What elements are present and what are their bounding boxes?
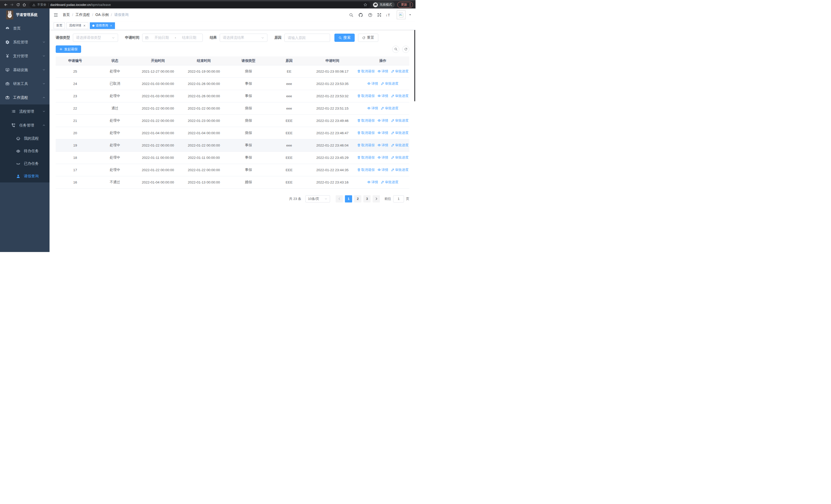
approval-progress-link[interactable]: 审批进度: [381, 106, 398, 111]
address-bar[interactable]: 不安全 dashboard.yudao.iocoder.cn/bpm/oa/le…: [29, 2, 370, 8]
page-button-1[interactable]: 1: [345, 195, 352, 203]
approval-progress-link[interactable]: 审批进度: [391, 118, 408, 123]
sidebar-item-待办任务[interactable]: 待办任务: [0, 145, 50, 157]
approval-progress-link[interactable]: 审批进度: [391, 130, 408, 135]
prev-page-button[interactable]: [336, 195, 343, 203]
sidebar-item-请假查询[interactable]: 请假查询: [0, 170, 50, 182]
action-label: 审批进度: [395, 155, 408, 160]
update-button[interactable]: 更新: [397, 2, 413, 8]
approval-progress-link[interactable]: 审批进度: [391, 143, 408, 148]
table-cell: 2022-01-22 00:00:00: [135, 139, 180, 151]
action-label: 详情: [371, 81, 378, 86]
trash-icon: [357, 94, 361, 97]
column-header: 结束时间: [180, 56, 227, 65]
cancel-leave-link[interactable]: 取消请假: [357, 94, 375, 98]
page-button-3[interactable]: 3: [364, 195, 371, 203]
sidebar-item-基础设施[interactable]: 基础设施: [0, 63, 50, 77]
next-page-button[interactable]: [373, 195, 380, 203]
approval-progress-link[interactable]: 审批进度: [391, 155, 408, 160]
sidebar-item-已办任务[interactable]: 已办任务: [0, 157, 50, 170]
browser-menu-icon[interactable]: [409, 3, 411, 7]
fullscreen-icon[interactable]: [377, 13, 381, 17]
help-icon[interactable]: [368, 13, 372, 17]
cancel-leave-link[interactable]: 取消请假: [357, 155, 375, 160]
table-cell: 21: [56, 114, 95, 127]
cancel-leave-link[interactable]: 取消请假: [357, 130, 375, 135]
detail-link[interactable]: 详情: [377, 130, 388, 135]
page-size-select[interactable]: 10条/页: [306, 195, 330, 203]
leave-table: 申请编号状态开始时间结束时间请假类型原因申请时间操作 25处理中2021-12-…: [56, 56, 409, 188]
leave-type-select[interactable]: 请选择请假类型: [73, 34, 118, 42]
table-cell: 2021-12-27 00:00:00: [135, 65, 180, 78]
table-cell: 2022-01-04 00:00:00: [135, 127, 180, 139]
table-cell: 2022-01-22 00:00:00: [135, 164, 180, 176]
github-icon[interactable]: [358, 12, 363, 18]
approval-progress-link[interactable]: 审批进度: [391, 168, 408, 172]
sidebar-item-任务管理[interactable]: 任务管理: [0, 118, 50, 132]
font-size-icon[interactable]: tT: [386, 13, 392, 17]
sidebar: 芋道管理系统 首页系统管理支付管理基础设施研发工具工作流程流程管理任务管理我的流…: [0, 8, 50, 252]
avatar-caret-icon[interactable]: [409, 13, 411, 16]
avatar[interactable]: [397, 10, 405, 19]
breadcrumb-item[interactable]: 工作流程: [76, 12, 90, 17]
sidebar-item-流程管理[interactable]: 流程管理: [0, 105, 50, 118]
show-search-button[interactable]: [392, 46, 399, 53]
page-url: dashboard.yudao.iocoder.cn/bpm/oa/leave: [50, 3, 111, 7]
sidebar-item-首页[interactable]: 首页: [0, 21, 50, 35]
detail-link[interactable]: 详情: [377, 69, 388, 73]
sidebar-item-研发工具[interactable]: 研发工具: [0, 77, 50, 91]
chevron-down-icon: [112, 36, 115, 39]
incognito-badge: 无痕模式: [372, 2, 395, 8]
tab-流程详情[interactable]: 流程详情: [66, 22, 88, 29]
sidebar-item-支付管理[interactable]: 支付管理: [0, 49, 50, 63]
sidebar-item-工作流程[interactable]: 工作流程: [0, 91, 50, 105]
back-button[interactable]: [3, 2, 9, 8]
table-cell: 2022-01-22 00:00:00: [135, 114, 180, 127]
tab-请假查询[interactable]: 请假查询: [90, 22, 115, 29]
close-tab-icon[interactable]: [110, 24, 112, 27]
refresh-table-button[interactable]: [402, 46, 409, 53]
page-button-2[interactable]: 2: [354, 195, 361, 203]
detail-link[interactable]: 详情: [377, 168, 388, 172]
search-icon[interactable]: [349, 13, 353, 17]
breadcrumb-separator: /: [92, 13, 93, 17]
approval-progress-link[interactable]: 审批进度: [381, 81, 398, 86]
sidebar-item-我的流程[interactable]: 我的流程: [0, 132, 50, 145]
search-button[interactable]: 搜索: [335, 34, 355, 42]
bookmark-star-icon[interactable]: [364, 3, 367, 7]
sidebar-collapse-icon[interactable]: [54, 13, 58, 17]
sidebar-item-系统管理[interactable]: 系统管理: [0, 35, 50, 49]
home-button[interactable]: [21, 2, 27, 8]
approval-progress-link[interactable]: 审批进度: [381, 180, 398, 184]
cancel-leave-link[interactable]: 取消请假: [357, 118, 375, 123]
goto-page-input[interactable]: [393, 195, 404, 203]
reset-button[interactable]: 重置: [358, 34, 378, 42]
cancel-leave-link[interactable]: 取消请假: [357, 168, 375, 172]
tab-首页[interactable]: 首页: [54, 22, 65, 29]
detail-link[interactable]: 详情: [377, 143, 388, 148]
cancel-leave-link[interactable]: 取消请假: [357, 69, 375, 73]
detail-link[interactable]: 详情: [367, 180, 378, 184]
result-select[interactable]: 请选择流结果: [220, 34, 267, 42]
reason-input[interactable]: [284, 34, 330, 42]
create-leave-button[interactable]: 发起请假: [56, 46, 81, 53]
detail-link[interactable]: 详情: [377, 94, 388, 98]
detail-link[interactable]: 详情: [377, 118, 388, 123]
close-tab-icon[interactable]: [83, 24, 86, 27]
breadcrumb-item[interactable]: OA 示例: [95, 12, 109, 17]
security-warning-icon: [32, 3, 35, 6]
forward-button[interactable]: [9, 2, 15, 8]
reload-button[interactable]: [15, 2, 21, 8]
detail-link[interactable]: 详情: [367, 106, 378, 111]
action-label: 取消请假: [361, 130, 375, 135]
scrollbar[interactable]: [414, 24, 415, 101]
detail-link[interactable]: 详情: [377, 155, 388, 160]
detail-link[interactable]: 详情: [367, 81, 378, 86]
approval-progress-link[interactable]: 审批进度: [391, 94, 408, 98]
apply-time-range-picker[interactable]: 开始日期 - 结束日期: [142, 34, 203, 42]
table-cell: 2022-01-23 00:00:00: [180, 114, 227, 127]
cancel-leave-link[interactable]: 取消请假: [357, 143, 375, 148]
list-icon: [11, 109, 16, 113]
approval-progress-link[interactable]: 审批进度: [391, 69, 408, 73]
breadcrumb-item[interactable]: 首页: [63, 12, 70, 17]
